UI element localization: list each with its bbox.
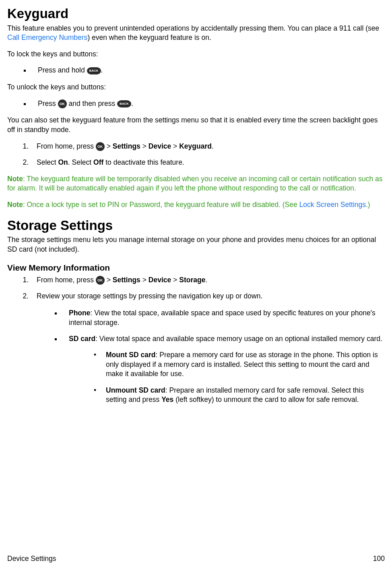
sd-actions-list: Mount SD card: Prepare a memory card for… [69,350,385,405]
settings-label: Settings [113,276,140,284]
storage-intro: The storage settings menu lets you manag… [7,235,385,254]
lock-steps-list: Press and hold BACK. [7,66,385,75]
on-label: On [58,158,68,166]
text: . [101,66,103,74]
note-1: Note: The keyguard feature will be tempo… [7,174,385,193]
sd-card-label: SD card [69,335,95,343]
back-key-icon: BACK [87,67,101,74]
text: > [171,142,179,150]
text: and then press [67,99,118,108]
page-footer: Device Settings 100 [7,554,385,564]
text: Review your storage settings by pressing… [37,292,262,300]
settings-label: Settings [113,142,140,150]
text: (left softkey) to unmount the card to al… [173,395,359,403]
list-item: Select On. Select Off to deactivate this… [31,158,385,168]
text: : View total space and available space m… [95,335,382,343]
footer-page-number: 100 [373,554,385,564]
keyguard-label: Keyguard [179,142,212,150]
text: to deactivate this feature. [103,158,184,166]
text: : The keyguard feature will be temporari… [7,175,383,192]
list-item: Press OK and then press BACK. [31,99,385,109]
note-2: Note: Once a lock type is set to PIN or … [7,200,385,210]
phone-label: Phone [69,309,90,317]
list-item: Phone: View the total space, available s… [62,308,385,327]
text: .) [366,201,370,209]
list-item: From home, press OK > Settings > Device … [31,275,385,285]
text: Press [38,99,58,108]
off-label: Off [93,158,103,166]
yes-label: Yes [161,395,173,403]
text: > [171,276,179,284]
ok-key-icon: OK [58,99,67,108]
keyguard-settings-steps: From home, press OK > Settings > Device … [7,142,385,168]
device-label: Device [149,142,171,150]
text: . Select [68,158,93,166]
lock-screen-settings-link[interactable]: Lock Screen Settings [299,201,366,209]
unmount-label: Unmount SD card [106,386,165,394]
back-key-icon: BACK [117,100,131,108]
text: Select [37,158,58,166]
storage-heading: Storage Settings [7,217,385,235]
footer-section: Device Settings [7,554,56,564]
list-item: Mount SD card: Prepare a memory card for… [94,350,385,379]
text: From home, press [37,276,96,284]
unlock-heading: To unlock the keys and buttons: [7,83,385,92]
storage-detail-list: Phone: View the total space, available s… [37,308,385,405]
call-emergency-link[interactable]: Call Emergency Numbers [7,33,87,41]
text: > [105,142,113,150]
note-label: Note [7,175,23,183]
device-label: Device [149,276,171,284]
text: > [140,142,149,150]
storage-label: Storage [179,276,205,284]
list-item: SD card: View total space and available … [62,334,385,405]
persist-text: You can also set the keyguard feature fr… [7,116,385,134]
lock-heading: To lock the keys and buttons: [7,50,385,59]
note-label: Note [7,201,23,209]
text: Press and hold [38,66,87,74]
view-memory-heading: View Memory Information [7,262,385,273]
list-item: From home, press OK > Settings > Device … [31,142,385,151]
list-item: Review your storage settings by pressing… [31,292,385,405]
list-item: Press and hold BACK. [31,66,385,75]
unlock-steps-list: Press OK and then press BACK. [7,99,385,109]
storage-steps: From home, press OK > Settings > Device … [7,275,385,405]
text: > [140,276,149,284]
ok-key-icon: OK [96,142,105,151]
text: ) even when the keyguard feature is on. [87,33,211,41]
text: . [131,99,133,108]
keyguard-heading: Keyguard [7,5,385,23]
mount-label: Mount SD card [106,351,155,359]
keyguard-intro: This feature enables you to prevent unin… [7,24,385,43]
text: This feature enables you to prevent unin… [7,24,379,32]
text: : Once a lock type is set to PIN or Pass… [23,201,299,209]
list-item: Unmount SD card: Prepare an installed me… [94,386,385,405]
text: > [105,276,113,284]
text: . [205,276,207,284]
text: . [212,142,214,150]
ok-key-icon: OK [96,276,105,285]
text: From home, press [37,142,96,150]
text: : View the total space, available space … [69,309,375,327]
